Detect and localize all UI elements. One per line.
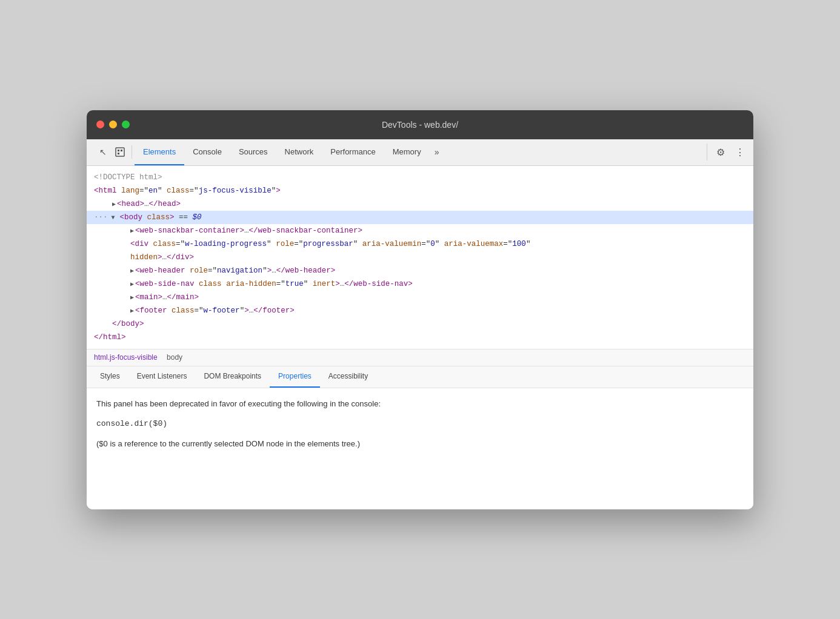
- tab-elements[interactable]: Elements: [135, 139, 184, 165]
- html-line: </html>: [87, 331, 753, 344]
- tab-network[interactable]: Network: [276, 139, 322, 165]
- expand-triangle[interactable]: ▶: [130, 280, 134, 290]
- bottom-content: This panel has been deprecated in favor …: [87, 388, 753, 509]
- html-line: hidden > … </div>: [87, 251, 753, 264]
- deprecated-message: This panel has been deprecated in favor …: [96, 398, 744, 410]
- html-line: <div class="w-loading-progress" role="pr…: [87, 237, 753, 251]
- tab-bar-tools: ↖: [92, 145, 132, 159]
- html-line[interactable]: ▶ <web-header role="navigation" > … </we…: [87, 264, 753, 277]
- traffic-lights: [96, 121, 130, 128]
- html-line: </body>: [87, 317, 753, 331]
- elements-panel: <!DOCTYPE html> <html lang="en" class="j…: [87, 166, 753, 349]
- title-bar: DevTools - web.dev/: [87, 110, 753, 139]
- bottom-panel: Styles Event Listeners DOM Breakpoints P…: [87, 366, 753, 509]
- html-line[interactable]: ▶ <web-snackbar-container> … </web-snack…: [87, 224, 753, 237]
- minimize-button[interactable]: [109, 121, 117, 128]
- svg-rect-3: [118, 153, 119, 154]
- html-line: <!DOCTYPE html>: [87, 171, 753, 184]
- tab-accessibility[interactable]: Accessibility: [320, 366, 376, 388]
- tab-dom-breakpoints[interactable]: DOM Breakpoints: [195, 366, 270, 388]
- html-line[interactable]: ▶ <head> … </head>: [87, 197, 753, 211]
- svg-rect-1: [118, 150, 119, 151]
- maximize-button[interactable]: [122, 121, 130, 128]
- expand-triangle[interactable]: ▶: [130, 293, 134, 303]
- more-options-button[interactable]: ⋮: [732, 144, 748, 161]
- more-tabs-button[interactable]: »: [430, 147, 444, 157]
- svg-rect-2: [121, 150, 122, 151]
- expand-triangle[interactable]: ▶: [130, 306, 134, 316]
- tab-styles[interactable]: Styles: [92, 366, 128, 388]
- html-line[interactable]: ▶ <footer class="w-footer" > … </footer>: [87, 304, 753, 317]
- devtools-window: DevTools - web.dev/ ↖ Elements Console: [87, 110, 753, 509]
- svg-rect-0: [116, 148, 124, 156]
- html-line[interactable]: ▶ <main> … </main>: [87, 291, 753, 304]
- tab-memory[interactable]: Memory: [384, 139, 430, 165]
- expand-triangle[interactable]: ▶: [112, 200, 116, 210]
- tab-event-listeners[interactable]: Event Listeners: [128, 366, 196, 388]
- window-title: DevTools - web.dev/: [382, 120, 458, 130]
- collapse-triangle[interactable]: ▼: [108, 213, 119, 223]
- tab-bar-actions: ⚙ ⋮: [707, 144, 748, 161]
- expand-triangle[interactable]: ▶: [130, 227, 134, 236]
- tab-properties[interactable]: Properties: [270, 366, 320, 388]
- expand-triangle[interactable]: ▶: [130, 266, 134, 276]
- code-snippet: console.dir($0): [96, 419, 744, 428]
- tabs-container: Elements Console Sources Network Perform…: [135, 139, 707, 165]
- selected-element-line[interactable]: ··· ▼ <body class > == $0: [87, 211, 753, 224]
- breadcrumb-html[interactable]: html.js-focus-visible: [94, 353, 158, 362]
- close-button[interactable]: [96, 121, 104, 128]
- breadcrumb: html.js-focus-visible body: [87, 349, 753, 366]
- note-text: ($0 is a reference to the currently sele…: [96, 438, 744, 450]
- tab-bar: ↖ Elements Console Sources Networ: [87, 139, 753, 166]
- tab-performance[interactable]: Performance: [322, 139, 384, 165]
- html-line: <html lang="en" class="js-focus-visible"…: [87, 184, 753, 197]
- tab-sources[interactable]: Sources: [230, 139, 276, 165]
- tab-console[interactable]: Console: [184, 139, 230, 165]
- cursor-icon[interactable]: ↖: [96, 145, 110, 159]
- breadcrumb-body[interactable]: body: [167, 353, 182, 362]
- html-line[interactable]: ▶ <web-side-nav class aria-hidden="true"…: [87, 277, 753, 291]
- inspect-icon[interactable]: [113, 145, 127, 159]
- settings-button[interactable]: ⚙: [712, 144, 729, 161]
- bottom-tabs: Styles Event Listeners DOM Breakpoints P…: [87, 366, 753, 388]
